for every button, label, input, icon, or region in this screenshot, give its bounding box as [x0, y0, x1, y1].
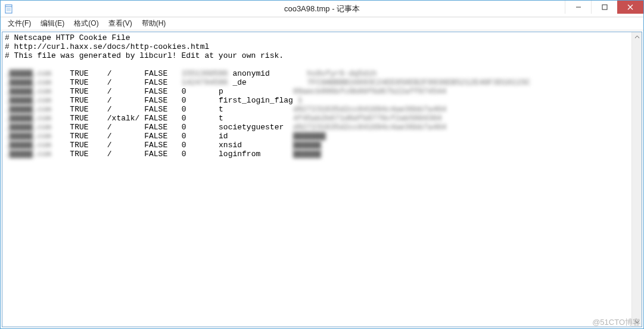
menu-edit[interactable]: 编辑(E): [36, 17, 69, 30]
close-button[interactable]: [617, 1, 643, 14]
vertical-scrollbar[interactable]: [631, 32, 642, 327]
maximize-icon: [602, 4, 608, 10]
minimize-button[interactable]: [565, 1, 591, 14]
window-controls: [565, 1, 643, 17]
scroll-up-button[interactable]: [632, 32, 642, 42]
notepad-icon: [4, 4, 14, 14]
svg-rect-6: [602, 5, 607, 10]
menu-view[interactable]: 查看(V): [104, 17, 137, 30]
window-title: coo3A98.tmp - 记事本: [284, 4, 360, 14]
maximize-button[interactable]: [591, 1, 617, 14]
scroll-down-button[interactable]: [632, 316, 642, 327]
text-area-frame: # Netscape HTTP Cookie File # http://cur…: [2, 32, 642, 327]
close-icon: [627, 4, 633, 10]
menubar: 文件(F) 编辑(E) 格式(O) 查看(V) 帮助(H): [1, 17, 643, 30]
window-frame: coo3A98.tmp - 记事本 文件(F) 编辑(E) 格式(O) 查看(V…: [0, 0, 644, 329]
chevron-up-icon: [634, 35, 640, 40]
menu-format[interactable]: 格式(O): [69, 17, 103, 30]
menu-file[interactable]: 文件(F): [3, 17, 36, 30]
menu-help[interactable]: 帮助(H): [137, 17, 171, 30]
svg-rect-0: [5, 5, 12, 13]
text-area[interactable]: # Netscape HTTP Cookie File # http://cur…: [2, 32, 642, 160]
minimize-icon: [575, 4, 581, 10]
chevron-down-icon: [634, 319, 640, 324]
titlebar[interactable]: coo3A98.tmp - 记事本: [1, 1, 643, 17]
